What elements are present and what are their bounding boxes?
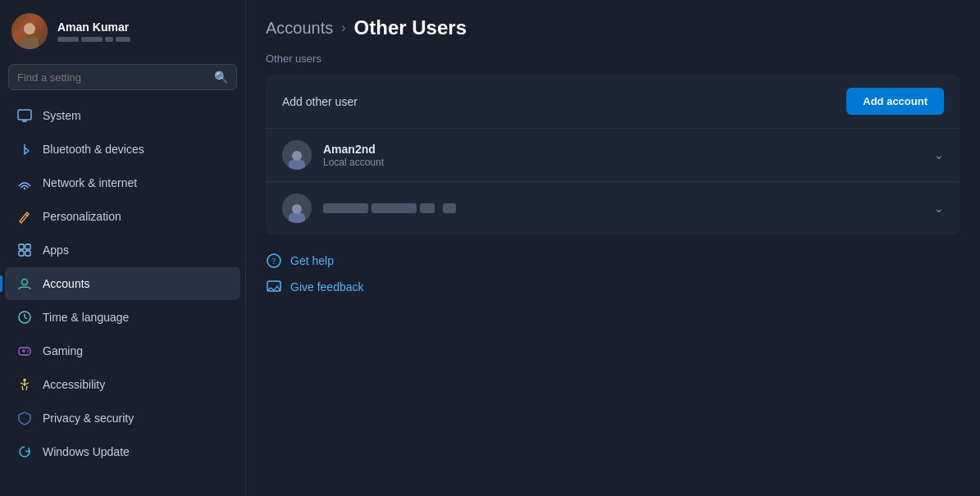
svg-rect-7 (19, 251, 24, 256)
give-feedback-link[interactable]: Give feedback (266, 277, 960, 297)
add-user-row: Add other user Add account (266, 75, 960, 128)
personalization-icon (16, 208, 33, 225)
sidebar-item-time[interactable]: Time & language (5, 301, 240, 334)
avatar (11, 13, 48, 49)
sidebar-item-label: Personalization (43, 210, 121, 223)
bluetooth-icon (16, 141, 33, 157)
sidebar-item-system[interactable]: System (5, 99, 240, 132)
add-other-user-label: Add other user (282, 95, 358, 108)
sidebar-item-update[interactable]: Windows Update (5, 435, 240, 468)
user-bars (57, 37, 130, 42)
sidebar-item-accounts[interactable]: Accounts (5, 267, 240, 300)
user-row[interactable]: Aman2nd Local account ⌄ (266, 129, 960, 181)
sidebar-item-label: Gaming (43, 344, 83, 357)
user-bar (81, 37, 103, 42)
sidebar-item-accessibility[interactable]: Accessibility (5, 368, 240, 401)
help-section: ? Get help Give feedback (266, 251, 960, 297)
help-icon: ? (266, 253, 282, 269)
network-icon (16, 175, 33, 191)
sidebar-item-apps[interactable]: Apps (5, 234, 240, 266)
section-label: Other users (266, 52, 960, 65)
get-help-label: Get help (290, 254, 334, 267)
user-bar (57, 37, 79, 42)
breadcrumb-current: Other Users (354, 16, 467, 39)
search-box[interactable]: 🔍 (8, 64, 237, 90)
user-row-redacted[interactable]: ⌄ (266, 182, 960, 234)
user-avatar (282, 140, 312, 170)
svg-line-12 (25, 317, 27, 319)
sidebar-item-label: Time & language (43, 311, 129, 324)
breadcrumb-separator: › (341, 20, 345, 35)
svg-rect-0 (18, 110, 31, 120)
update-icon (16, 444, 33, 460)
user-profile[interactable]: Aman Kumar (0, 0, 245, 61)
give-feedback-label: Give feedback (290, 280, 364, 294)
accessibility-icon (16, 376, 33, 393)
sidebar-item-label: Windows Update (43, 445, 130, 458)
time-icon (16, 309, 33, 325)
privacy-icon (16, 410, 33, 426)
sidebar-item-label: Apps (43, 243, 69, 257)
user-info: Aman Kumar (57, 20, 130, 42)
user-bar (105, 37, 113, 42)
user-avatar-redacted (282, 193, 312, 223)
sidebar-item-gaming[interactable]: Gaming (5, 334, 240, 367)
user-name: Aman Kumar (57, 20, 130, 34)
users-card: Add other user Add account Aman2nd Local… (266, 75, 960, 234)
get-help-link[interactable]: ? Get help (266, 251, 960, 271)
user-row-type: Local account (323, 157, 923, 168)
svg-point-18 (23, 379, 26, 382)
apps-icon (16, 242, 33, 258)
redacted-name-bars (323, 203, 456, 213)
sidebar: Aman Kumar 🔍 System Bluetooth & devices … (0, 0, 246, 496)
feedback-icon (266, 279, 282, 295)
sidebar-item-label: Accounts (43, 277, 90, 290)
chevron-down-icon-2: ⌄ (934, 202, 944, 215)
user-row-name: Aman2nd (323, 143, 923, 156)
sidebar-item-privacy[interactable]: Privacy & security (5, 402, 240, 435)
svg-rect-5 (19, 244, 24, 249)
svg-text:?: ? (272, 257, 276, 266)
sidebar-item-label: System (43, 109, 81, 122)
breadcrumb: Accounts › Other Users (266, 16, 960, 39)
user-bar (116, 37, 130, 42)
svg-point-16 (27, 349, 29, 351)
add-account-button[interactable]: Add account (846, 88, 944, 115)
sidebar-item-label: Network & internet (43, 176, 137, 189)
svg-point-17 (27, 351, 29, 353)
sidebar-item-bluetooth[interactable]: Bluetooth & devices (5, 133, 240, 166)
search-container: 🔍 (0, 61, 245, 98)
sidebar-item-label: Accessibility (43, 378, 105, 391)
svg-rect-8 (25, 251, 30, 256)
main-content: Accounts › Other Users Other users Add o… (246, 0, 980, 496)
search-icon: 🔍 (214, 71, 228, 84)
sidebar-item-personalization[interactable]: Personalization (5, 200, 240, 233)
nav-list: System Bluetooth & devices Network & int… (0, 98, 245, 469)
sidebar-item-label: Privacy & security (43, 412, 134, 425)
sidebar-item-network[interactable]: Network & internet (5, 166, 240, 199)
svg-point-9 (22, 280, 28, 285)
search-input[interactable] (17, 71, 207, 84)
chevron-down-icon: ⌄ (934, 148, 944, 162)
sidebar-item-label: Bluetooth & devices (43, 143, 144, 156)
svg-rect-6 (25, 244, 30, 249)
svg-point-3 (24, 188, 25, 189)
gaming-icon (16, 343, 33, 359)
breadcrumb-parent[interactable]: Accounts (266, 19, 333, 38)
monitor-icon (16, 107, 33, 124)
user-row-info: Aman2nd Local account (323, 143, 923, 168)
accounts-icon (16, 275, 33, 292)
